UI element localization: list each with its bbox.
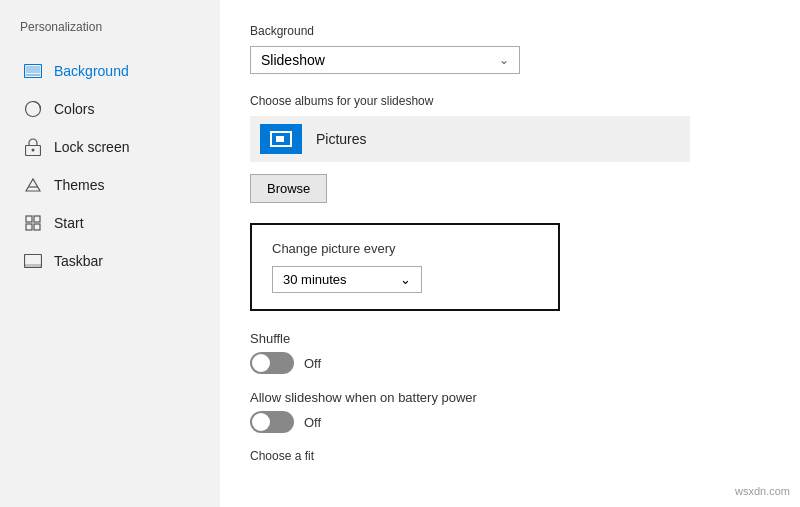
fit-label: Choose a fit	[250, 449, 770, 463]
sidebar-item-start[interactable]: Start	[16, 204, 220, 242]
background-section-label: Background	[250, 24, 770, 38]
interval-chevron: ⌄	[400, 272, 411, 287]
sidebar-title: Personalization	[16, 20, 220, 34]
shuffle-setting: Shuffle Off	[250, 331, 770, 374]
shuffle-status: Off	[304, 356, 321, 371]
svg-rect-12	[25, 264, 42, 268]
change-picture-box: Change picture every 30 minutes ⌄	[250, 223, 560, 311]
sidebar-lock-label: Lock screen	[54, 139, 129, 155]
sidebar-item-colors[interactable]: Colors	[16, 90, 220, 128]
svg-rect-9	[26, 224, 32, 230]
change-picture-label: Change picture every	[272, 241, 538, 256]
sidebar-themes-label: Themes	[54, 177, 105, 193]
background-icon	[24, 62, 42, 80]
sidebar-item-themes[interactable]: Themes	[16, 166, 220, 204]
start-icon	[24, 214, 42, 232]
album-name: Pictures	[316, 131, 367, 147]
main-content: Background Slideshow ⌄ Choose albums for…	[220, 0, 800, 507]
interval-dropdown[interactable]: 30 minutes ⌄	[272, 266, 422, 293]
album-icon-inner	[270, 131, 292, 147]
themes-icon	[24, 176, 42, 194]
taskbar-icon	[24, 252, 42, 270]
shuffle-toggle[interactable]	[250, 352, 294, 374]
sidebar-item-lock-screen[interactable]: Lock screen	[16, 128, 220, 166]
svg-point-5	[32, 149, 35, 152]
battery-label: Allow slideshow when on battery power	[250, 390, 770, 405]
svg-rect-10	[34, 224, 40, 230]
sidebar-item-background[interactable]: Background	[16, 52, 220, 90]
svg-rect-7	[26, 216, 32, 222]
colors-icon	[24, 100, 42, 118]
album-icon	[260, 124, 302, 154]
background-dropdown[interactable]: Slideshow ⌄	[250, 46, 520, 74]
sidebar-taskbar-label: Taskbar	[54, 253, 103, 269]
sidebar-start-label: Start	[54, 215, 84, 231]
background-dropdown-chevron: ⌄	[499, 53, 509, 67]
shuffle-label: Shuffle	[250, 331, 770, 346]
albums-label: Choose albums for your slideshow	[250, 94, 770, 108]
battery-status: Off	[304, 415, 321, 430]
sidebar-item-taskbar[interactable]: Taskbar	[16, 242, 220, 280]
album-item: Pictures	[250, 116, 690, 162]
interval-value: 30 minutes	[283, 272, 347, 287]
browse-button[interactable]: Browse	[250, 174, 327, 203]
battery-toggle[interactable]	[250, 411, 294, 433]
svg-rect-2	[26, 74, 40, 76]
svg-rect-1	[26, 66, 40, 73]
sidebar-background-label: Background	[54, 63, 129, 79]
svg-rect-8	[34, 216, 40, 222]
lock-screen-icon	[24, 138, 42, 156]
watermark: wsxdn.com	[735, 485, 790, 497]
sidebar-colors-label: Colors	[54, 101, 94, 117]
sidebar: Personalization Background Colors	[0, 0, 220, 507]
background-dropdown-value: Slideshow	[261, 52, 325, 68]
battery-setting: Allow slideshow when on battery power Of…	[250, 390, 770, 433]
